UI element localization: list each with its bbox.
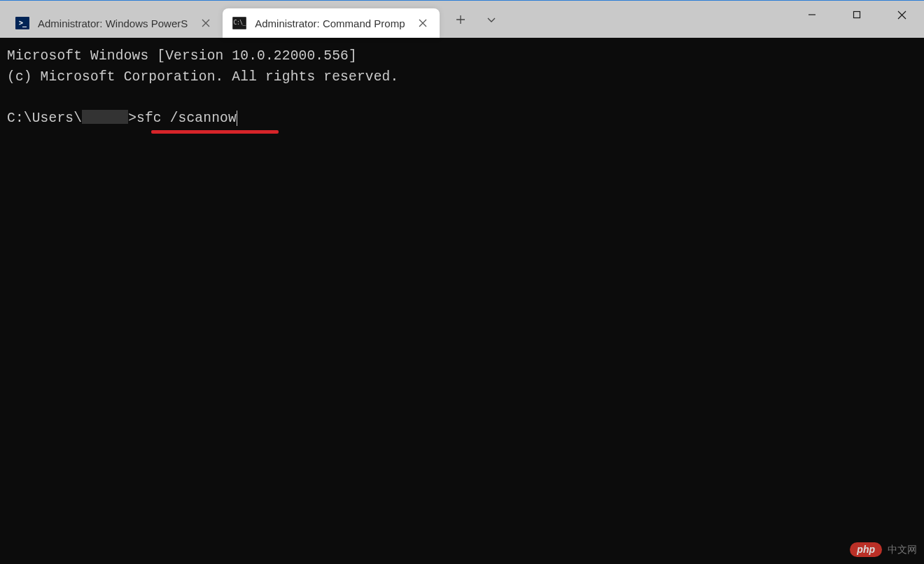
minimize-button[interactable] — [790, 1, 834, 29]
close-icon[interactable] — [200, 17, 211, 29]
redacted-username — [82, 110, 128, 124]
title-actions — [445, 1, 507, 38]
close-icon[interactable] — [417, 17, 428, 29]
new-tab-button[interactable] — [445, 5, 476, 34]
cmd-icon — [232, 17, 246, 29]
watermark-text: 中文网 — [888, 544, 917, 556]
svg-rect-0 — [854, 12, 860, 18]
powershell-icon — [15, 17, 29, 29]
tab-powershell[interactable]: Administrator: Windows PowerS — [6, 8, 223, 38]
command-text: sfc /scannow — [136, 111, 237, 126]
prompt-prefix: C:\Users\ — [7, 111, 82, 126]
prompt-line: C:\Users\>sfc /scannow — [7, 108, 237, 129]
maximize-button[interactable] — [834, 1, 879, 29]
tab-dropdown-button[interactable] — [476, 5, 507, 34]
terminal-output[interactable]: Microsoft Windows [Version 10.0.22000.55… — [0, 38, 924, 138]
prompt-suffix: > — [128, 111, 136, 126]
close-window-button[interactable] — [879, 1, 924, 29]
tabs-container: Administrator: Windows PowerS Administra… — [0, 1, 440, 38]
watermark: php 中文网 — [850, 542, 917, 557]
underline-annotation — [151, 130, 279, 134]
tab-cmd[interactable]: Administrator: Command Promp — [223, 8, 440, 38]
text-cursor — [237, 111, 237, 126]
window-controls — [790, 1, 924, 29]
title-bar: Administrator: Windows PowerS Administra… — [0, 1, 924, 38]
watermark-pill: php — [850, 542, 882, 557]
banner-line: Microsoft Windows [Version 10.0.22000.55… — [7, 46, 917, 67]
banner-line: (c) Microsoft Corporation. All rights re… — [7, 67, 917, 88]
tab-title: Administrator: Windows PowerS — [38, 17, 188, 29]
tab-title: Administrator: Command Promp — [255, 17, 405, 29]
